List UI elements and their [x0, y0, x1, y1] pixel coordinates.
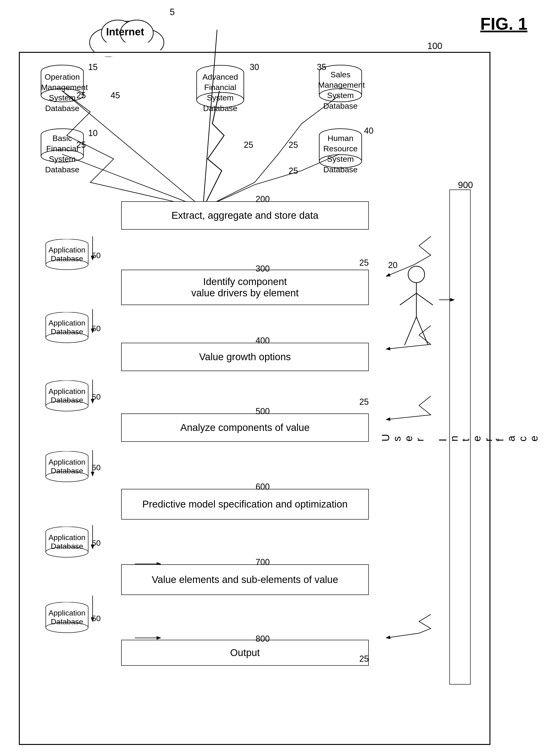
db-40-number: 40 [364, 126, 374, 136]
db-10-number: 10 [88, 128, 98, 138]
node-300-number: 300 [255, 264, 270, 274]
app-db-1-label: Application Database [43, 246, 90, 263]
person-number: 20 [388, 260, 398, 270]
ui-number: 900 [458, 180, 473, 190]
app-db-5-number: 50 [92, 539, 101, 548]
label-25-300: 25 [359, 258, 369, 268]
app-db-6-cylinder: Application Database [43, 602, 90, 638]
app-db-4-cylinder: Application Database [43, 451, 90, 488]
page: FIG. 1 Internet 5 100 [0, 0, 551, 756]
app-db-4-label: Application Database [43, 458, 90, 475]
app-db-1-number: 50 [92, 251, 101, 260]
figure-label: FIG. 1 [480, 14, 527, 33]
app-db-2-cylinder: Application Database [43, 312, 90, 348]
node-800-number: 800 [255, 634, 270, 644]
node-500-label: Analyze components of value [180, 422, 310, 433]
node-200: Extract, aggregate and store data [121, 201, 369, 230]
label-25-b: 25 [76, 140, 86, 150]
db-10-label: Basic FinancialSystemDatabase [40, 133, 85, 175]
app-db-5-label: Application Database [43, 533, 90, 551]
app-db-2-label: Application Database [43, 319, 90, 336]
node-700-number: 700 [255, 557, 270, 567]
node-200-number: 200 [255, 194, 270, 204]
db-30-label: AdvancedFinancial SystemDatabase [197, 72, 244, 113]
app-db-1-cylinder: Application Database [43, 239, 90, 275]
node-600-label: Predictive model specification and optim… [142, 499, 348, 510]
internet-number: 5 [170, 7, 175, 17]
svg-line-80 [400, 293, 416, 305]
node-800: Output [121, 640, 369, 666]
db-15: OperationManagementSystemDatabase [39, 65, 86, 108]
node-600-number: 600 [255, 482, 270, 492]
db-35-label: SalesManagementSystemDatabase [318, 69, 363, 111]
person-figure [393, 265, 440, 355]
db-30: AdvancedFinancial SystemDatabase [194, 65, 246, 113]
node-600: Predictive model specification and optim… [121, 489, 369, 520]
node-200-label: Extract, aggregate and store data [171, 210, 318, 221]
label-45: 45 [111, 90, 120, 100]
label-25-500: 25 [359, 397, 369, 407]
node-700-label: Value elements and sub-elements of value [152, 574, 338, 585]
db-40: HumanResourceSystemDatabase [317, 128, 364, 172]
svg-line-82 [405, 317, 416, 345]
app-db-4-number: 50 [92, 463, 101, 472]
node-400-label: Value growth options [199, 351, 291, 362]
internet-label: Internet [106, 26, 144, 38]
label-25-c: 25 [244, 140, 253, 150]
app-db-6-number: 50 [92, 614, 101, 623]
db-40-label: HumanResourceSystemDatabase [318, 133, 363, 175]
node-400-number: 400 [255, 336, 270, 345]
app-db-3-label: Application Database [43, 387, 90, 405]
node-300-label: Identify component value drivers by elem… [191, 276, 299, 299]
ui-label: U s e r I n t e r f a c e [380, 433, 540, 442]
node-800-label: Output [230, 647, 260, 658]
system-number: 100 [428, 41, 442, 51]
svg-point-78 [408, 266, 425, 283]
node-700: Value elements and sub-elements of value [121, 564, 369, 595]
db-30-number: 30 [250, 62, 259, 72]
node-500: Analyze components of value [121, 414, 369, 442]
ui-column-box: U s e r I n t e r f a c e [449, 189, 471, 685]
label-25-a: 25 [76, 90, 86, 100]
app-db-2-number: 50 [92, 324, 101, 333]
node-300: Identify component value drivers by elem… [121, 270, 369, 305]
svg-line-33 [203, 30, 217, 208]
label-25-d: 25 [289, 140, 298, 150]
app-db-6-label: Application Database [43, 609, 90, 626]
node-500-number: 500 [255, 407, 270, 416]
db-35-number: 35 [317, 62, 326, 72]
app-db-3-cylinder: Application Database [43, 381, 90, 417]
main-border: 100 OperationManagementSystemDatabase 15 [19, 52, 490, 745]
label-25-800: 25 [359, 654, 369, 664]
node-400: Value growth options [121, 343, 369, 371]
label-25-e: 25 [289, 166, 298, 176]
svg-line-83 [416, 317, 428, 345]
app-db-5-cylinder: Application Database [43, 527, 90, 563]
app-db-3-number: 50 [92, 392, 101, 402]
svg-line-81 [416, 293, 433, 305]
db-15-number: 15 [88, 62, 98, 72]
